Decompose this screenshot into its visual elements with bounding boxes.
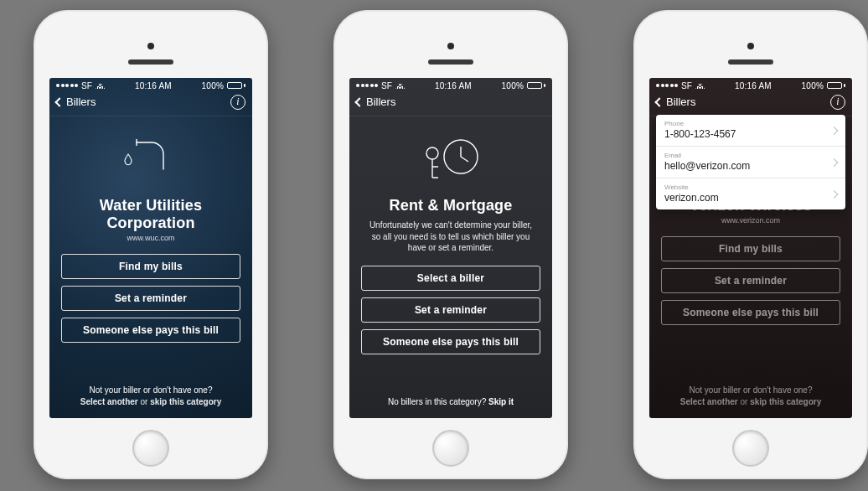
wifi-icon [395,82,405,89]
skip-category-link[interactable]: skip this category [750,397,821,406]
phone-mockup: SF 10:16 AM 100% Billers [333,10,568,479]
find-bills-button[interactable]: Find my bills [661,236,840,261]
info-icon[interactable]: i [830,95,845,110]
earpiece [428,59,473,65]
app-screen-rent: SF 10:16 AM 100% Billers [349,78,552,418]
chevron-left-icon [654,97,664,106]
info-row-website[interactable]: Website verizon.com [656,178,845,209]
carrier-label: SF [681,81,692,90]
battery-icon [827,82,845,89]
faucet-icon [121,131,180,189]
set-reminder-button[interactable]: Set a reminder [361,297,540,323]
skip-category-link[interactable]: skip this category [150,397,221,406]
category-title: Rent & Mortgage [390,197,513,214]
footer-text: No billers in this category? Skip it [388,396,514,410]
info-dropdown: Phone 1-800-123-4567 Email hello@verizon… [656,115,845,209]
clock-label: 10:16 AM [435,81,472,90]
back-label: Billers [666,96,695,108]
footer-line1: Not your biller or don't have one? [680,385,821,396]
signal-dots-icon [656,84,678,87]
key-clock-icon [417,133,484,187]
screen-content: Rent & Mortgage Unfortunately we can't d… [349,116,552,418]
signal-dots-icon [56,84,78,87]
someone-else-button[interactable]: Someone else pays this bill [61,318,240,343]
skip-it-link[interactable]: Skip it [488,397,514,406]
camera-dot [747,43,754,49]
info-row-phone[interactable]: Phone 1-800-123-4567 [656,115,845,147]
camera-dot [447,43,454,49]
status-bar: SF 10:16 AM 100% [649,78,852,93]
someone-else-button[interactable]: Someone else pays this bill [361,329,540,354]
select-another-link[interactable]: Select another [680,397,738,406]
phone-mockup: SF 10:16 AM 100% Billers i [34,10,268,479]
info-row-email[interactable]: Email hello@verizon.com [656,147,845,178]
status-bar: SF 10:16 AM 100% [49,78,252,93]
find-bills-button[interactable]: Find my bills [61,254,240,279]
status-bar: SF 10:16 AM 100% [349,78,552,93]
carrier-label: SF [381,81,392,90]
app-screen-verizon: SF 10:16 AM 100% Billers i Phone [649,78,852,418]
screen-content: Water Utilities Corporation www.wuc.com … [49,116,252,418]
nav-bar: Billers [349,93,552,116]
phone-mockup: SF 10:16 AM 100% Billers i Phone [633,10,868,479]
info-icon[interactable]: i [230,95,245,110]
nav-bar: Billers i [49,93,252,116]
earpiece [728,59,773,65]
chevron-left-icon [354,97,364,106]
set-reminder-button[interactable]: Set a reminder [61,286,240,311]
category-desc: Unfortunately we can't determine your bi… [361,220,540,254]
svg-point-1 [426,147,438,159]
back-button[interactable]: Billers [56,96,96,108]
select-biller-button[interactable]: Select a biller [361,266,540,291]
someone-else-button[interactable]: Someone else pays this bill [661,300,840,325]
clock-label: 10:16 AM [735,81,772,90]
footer-text: Not your biller or don't have one? Selec… [680,385,821,410]
battery-percent: 100% [502,81,524,90]
biller-icon [121,127,180,194]
camera-dot [147,43,154,49]
app-screen-water: SF 10:16 AM 100% Billers i [49,78,252,418]
footer-text: Not your biller or don't have one? Selec… [80,385,221,410]
back-button[interactable]: Billers [356,96,395,108]
battery-percent: 100% [802,81,824,90]
back-button[interactable]: Billers [656,96,695,108]
wifi-icon [695,82,705,89]
back-label: Billers [366,96,395,108]
earpiece [128,59,173,65]
footer-line1: Not your biller or don't have one? [80,385,221,396]
chevron-left-icon [54,97,64,106]
select-another-link[interactable]: Select another [80,397,138,406]
battery-percent: 100% [202,81,224,90]
home-button[interactable] [432,430,469,467]
biller-site: www.verizon.com [721,216,780,225]
home-button[interactable] [732,430,769,467]
back-label: Billers [66,96,96,108]
nav-bar: Billers i [649,93,852,116]
biller-site: www.wuc.com [127,234,174,242]
set-reminder-button[interactable]: Set a reminder [661,268,840,293]
home-button[interactable] [132,430,169,467]
carrier-label: SF [81,81,92,90]
clock-label: 10:16 AM [135,81,172,90]
battery-icon [227,82,245,89]
wifi-icon [96,82,105,89]
biller-title: Water Utilities Corporation [61,197,240,232]
category-icon [417,127,484,194]
battery-icon [527,82,545,89]
signal-dots-icon [356,84,378,87]
